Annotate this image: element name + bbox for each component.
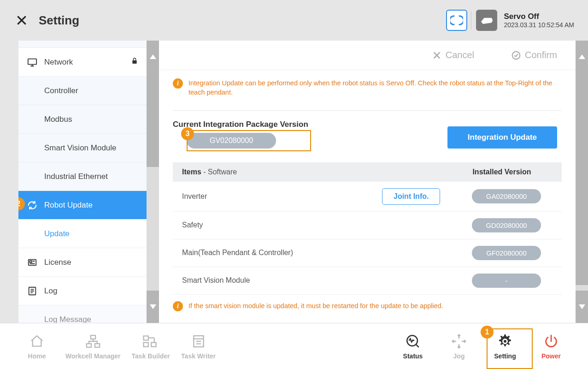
nav-workcell[interactable]: Workcell Manager bbox=[60, 329, 126, 363]
row-version: GF02080000 bbox=[472, 246, 541, 260]
table-row: Main(Teach Pendant & Controller) GF02080… bbox=[173, 239, 562, 267]
sidebar-label: Controller bbox=[44, 86, 78, 95]
sidebar-label: Industrial Ethernet bbox=[44, 172, 108, 181]
svg-rect-1 bbox=[132, 60, 136, 64]
integration-update-button[interactable]: Integration Update bbox=[447, 126, 557, 149]
close-icon[interactable] bbox=[14, 12, 29, 28]
scroll-down-icon[interactable] bbox=[576, 291, 588, 323]
page-title: Setting bbox=[39, 13, 79, 28]
info-text: If the smart vision module is updated, i… bbox=[188, 301, 443, 310]
sidebar-item-industrial[interactable]: Industrial Ethernet bbox=[18, 162, 147, 191]
nav-label: Task Builder bbox=[132, 352, 170, 360]
info-text: Integration Update can be performed only… bbox=[188, 78, 562, 97]
svg-rect-3 bbox=[30, 261, 32, 262]
confirm-button[interactable]: Confirm bbox=[502, 50, 566, 60]
nav-home[interactable]: Home bbox=[14, 329, 60, 363]
sidebar-item-controller[interactable]: Controller bbox=[18, 77, 147, 105]
row-version: GA02080000 bbox=[472, 189, 541, 203]
home-icon bbox=[29, 333, 44, 350]
row-version: GD02080000 bbox=[472, 218, 541, 232]
scroll-up-icon[interactable] bbox=[576, 41, 588, 73]
svg-rect-9 bbox=[144, 336, 148, 340]
sidebar-scrollbar[interactable] bbox=[147, 41, 159, 323]
nav-jog[interactable]: Jog bbox=[436, 329, 482, 363]
nav-label: Power bbox=[541, 352, 561, 360]
info-banner-2: i If the smart vision module is updated,… bbox=[159, 295, 576, 316]
cancel-button[interactable]: Cancel bbox=[423, 50, 483, 60]
sidebar-label: Smart Vision Module bbox=[44, 143, 117, 153]
sidebar-item-update[interactable]: Update bbox=[18, 220, 147, 248]
sidebar-label: Modbus bbox=[44, 115, 72, 124]
info-banner-1: i Integration Update can be performed on… bbox=[159, 70, 576, 102]
sidebar-item-license[interactable]: License bbox=[18, 248, 147, 277]
refresh-icon bbox=[27, 200, 38, 210]
confirm-label: Confirm bbox=[525, 50, 557, 60]
table-row: Smart Vision Module - bbox=[173, 267, 562, 295]
bottom-nav: Home Workcell Manager Task Builder Task … bbox=[0, 323, 588, 369]
power-icon bbox=[543, 333, 559, 350]
table-row: Safety GD02080000 bbox=[173, 212, 562, 239]
col-items: Items bbox=[182, 168, 201, 176]
version-label: Current Integration Package Version bbox=[173, 120, 308, 129]
monitor-icon bbox=[27, 57, 38, 67]
nav-label: Workcell Manager bbox=[65, 352, 121, 360]
svg-rect-6 bbox=[91, 335, 95, 339]
log-icon bbox=[27, 286, 38, 296]
svg-rect-0 bbox=[28, 59, 36, 64]
nav-label: Jog bbox=[453, 352, 465, 360]
nav-task-builder[interactable]: Task Builder bbox=[126, 329, 176, 363]
software-table: Items - Software Installed Version Inver… bbox=[173, 162, 562, 295]
row-version: - bbox=[472, 274, 541, 288]
info-icon: i bbox=[173, 301, 183, 311]
callout-3: 3 bbox=[181, 127, 194, 140]
check-circle-icon bbox=[511, 50, 521, 60]
nav-status[interactable]: Status bbox=[390, 329, 436, 363]
top-bar: Setting Servo Off 2023.03.31 10:52:54 AM bbox=[0, 0, 588, 41]
status-block: Servo Off 2023.03.31 10:52:54 AM bbox=[504, 12, 574, 29]
nav-label: Task Writer bbox=[181, 352, 216, 360]
task-builder-icon bbox=[142, 333, 159, 350]
svg-rect-8 bbox=[95, 344, 100, 347]
version-value: GV02080000 bbox=[187, 133, 276, 149]
svg-rect-11 bbox=[144, 342, 148, 346]
status-title: Servo Off bbox=[504, 12, 574, 21]
task-writer-icon bbox=[191, 333, 206, 350]
sidebar-item-robot-update[interactable]: Robot Update bbox=[18, 191, 147, 220]
content-panel: Cancel Confirm i Integration Update can … bbox=[159, 41, 576, 323]
table-header: Items - Software Installed Version bbox=[173, 162, 562, 182]
nav-label: Setting bbox=[494, 352, 516, 360]
row-name: Main(Teach Pendant & Controller) bbox=[182, 249, 382, 257]
workcell-icon bbox=[85, 333, 101, 350]
close-icon bbox=[432, 50, 442, 60]
status-timestamp: 2023.03.31 10:52:54 AM bbox=[504, 21, 574, 29]
sidebar-label: License bbox=[44, 258, 71, 267]
content-scrollbar[interactable] bbox=[576, 41, 588, 323]
sidebar-item-network[interactable]: Network bbox=[18, 48, 147, 77]
hand-icon[interactable] bbox=[476, 10, 497, 31]
sidebar-label: Update bbox=[44, 229, 70, 238]
license-icon bbox=[27, 257, 38, 268]
sidebar-label: Network bbox=[44, 58, 73, 67]
nav-power[interactable]: Power bbox=[528, 329, 574, 363]
scroll-up-icon[interactable] bbox=[147, 41, 159, 73]
cancel-label: Cancel bbox=[446, 50, 474, 60]
nav917: Status bbox=[403, 352, 423, 360]
lock-icon bbox=[131, 57, 138, 67]
svg-rect-10 bbox=[151, 342, 156, 346]
sidebar-item-svm[interactable]: Smart Vision Module bbox=[18, 134, 147, 162]
col-software: - Software bbox=[201, 168, 237, 176]
sidebar: Network Controller Modbus Smart Vision M… bbox=[18, 41, 147, 323]
scroll-down-icon[interactable] bbox=[147, 291, 159, 323]
sidebar-item-modbus[interactable]: Modbus bbox=[18, 105, 147, 134]
svg-rect-7 bbox=[87, 344, 91, 347]
nav-task-writer[interactable]: Task Writer bbox=[176, 329, 222, 363]
table-row: Inverter Joint Info. GA02080000 bbox=[173, 182, 562, 212]
sidebar-item-log-message[interactable]: Log Message bbox=[18, 305, 147, 323]
nav-label: Home bbox=[28, 352, 46, 360]
callout-1: 1 bbox=[481, 326, 494, 339]
sidebar-label: Robot Update bbox=[44, 201, 93, 210]
joint-info-button[interactable]: Joint Info. bbox=[382, 188, 440, 205]
robot-status-icon[interactable] bbox=[446, 10, 467, 31]
sidebar-item-log[interactable]: Log bbox=[18, 277, 147, 305]
row-name: Safety bbox=[182, 221, 382, 229]
